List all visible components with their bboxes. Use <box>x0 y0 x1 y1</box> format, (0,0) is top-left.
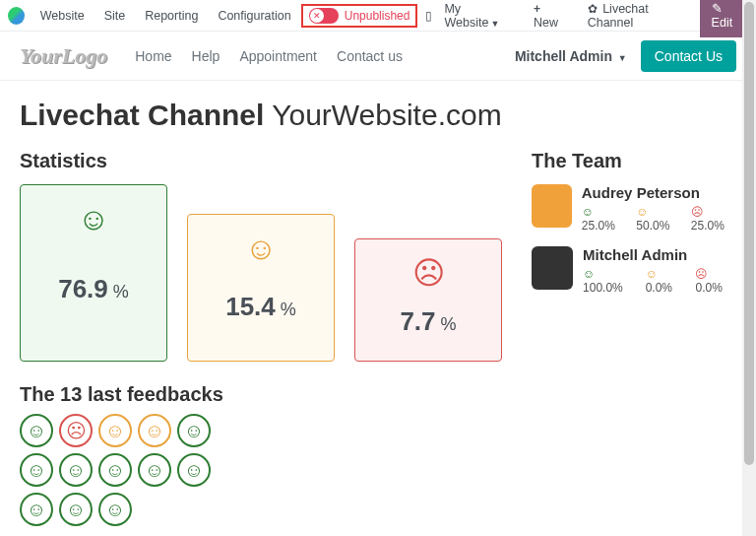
new-button[interactable]: + New <box>524 2 578 30</box>
feedback-icon-happy: ☺ <box>98 453 132 487</box>
team-member: Audrey Peterson ☺ 25.0% ☺ 50.0% ☹ 25.0% <box>532 184 736 233</box>
feedback-icon-neutral: ☺ <box>98 414 132 447</box>
avatar <box>532 246 573 290</box>
my-website-dropdown[interactable]: My Website▼ <box>434 2 523 30</box>
statistics-heading: Statistics <box>20 150 502 172</box>
odoo-logo-icon <box>8 7 25 25</box>
feedback-icon-happy: ☺ <box>59 493 93 526</box>
nav-help[interactable]: Help <box>182 48 230 64</box>
mobile-icon[interactable]: ▯ <box>425 9 432 23</box>
site-navbar: YourLogo Home Help Appointment Contact u… <box>0 32 756 81</box>
nav-home[interactable]: Home <box>125 48 181 64</box>
feedback-icon-happy: ☺ <box>98 493 132 526</box>
scrollbar[interactable] <box>742 0 756 536</box>
feedbacks-grid: ☺ ☹ ☺ ☺ ☺ ☺ ☺ ☺ ☺ ☺ ☺ ☺ ☺ <box>20 414 236 526</box>
member-name: Mitchell Admin <box>583 246 736 263</box>
feedback-icon-sad: ☹ <box>59 414 93 447</box>
top-menu-bar: Website Site Reporting Configuration Unp… <box>0 0 756 32</box>
publish-toggle[interactable]: Unpublished <box>301 4 418 28</box>
feedback-icon-happy: ☺ <box>177 414 211 447</box>
feedback-icon-happy: ☺ <box>20 414 53 447</box>
team-member: Mitchell Admin ☺ 100.0% ☺ 0.0% ☹ 0.0% <box>532 246 736 295</box>
statistics-cards: ☺ 76.9 % ☺ 15.4 % ☹ 7.7 % <box>20 184 502 362</box>
feedback-icon-happy: ☺ <box>138 453 171 487</box>
user-dropdown[interactable]: Mitchell Admin ▼ <box>515 48 627 64</box>
feedbacks-heading: The 13 last feedbacks <box>20 383 502 406</box>
feedback-icon-happy: ☺ <box>20 453 53 487</box>
publish-state-label: Unpublished <box>345 9 410 23</box>
nav-website[interactable]: Website <box>31 9 94 23</box>
team-heading: The Team <box>532 150 736 172</box>
livechat-channel-link[interactable]: ✿ Livechat Channel <box>578 2 700 30</box>
stat-card-neutral: ☺ 15.4 % <box>187 214 335 362</box>
sad-face-icon: ☹ <box>365 257 491 289</box>
stat-card-sad: ☹ 7.7 % <box>354 238 502 362</box>
site-logo[interactable]: YourLogo <box>20 43 107 69</box>
toggle-switch-icon <box>309 8 339 24</box>
stat-card-happy: ☺ 76.9 % <box>20 184 167 362</box>
nav-reporting[interactable]: Reporting <box>135 9 208 23</box>
nav-appointment[interactable]: Appointment <box>229 48 327 64</box>
nav-site[interactable]: Site <box>94 9 136 23</box>
neutral-face-icon: ☺ <box>198 233 324 264</box>
happy-face-icon: ☺ <box>31 203 157 234</box>
contact-us-button[interactable]: Contact Us <box>641 40 736 72</box>
feedback-icon-happy: ☺ <box>59 453 93 487</box>
nav-contact[interactable]: Contact us <box>327 48 412 64</box>
feedback-icon-happy: ☺ <box>20 493 53 526</box>
nav-configuration[interactable]: Configuration <box>208 9 300 23</box>
member-name: Audrey Peterson <box>582 184 736 201</box>
feedback-icon-neutral: ☺ <box>138 414 171 447</box>
feedback-icon-happy: ☺ <box>177 453 211 487</box>
avatar <box>532 184 572 228</box>
page-title: Livechat Channel YourWebsite.com <box>20 99 736 132</box>
